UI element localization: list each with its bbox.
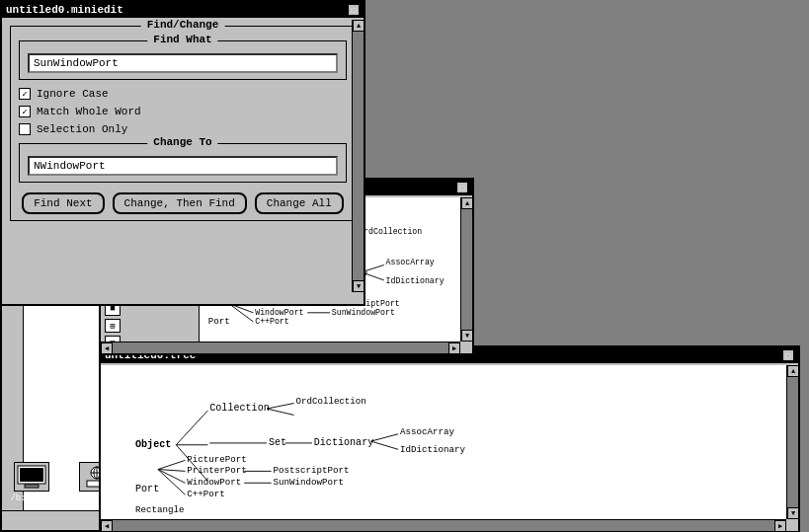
match-whole-word-checkbox[interactable]	[19, 106, 31, 117]
tree-scrollbar-h[interactable]: ◀ ▶	[101, 342, 460, 353]
tree-scroll-right[interactable]: ▶	[448, 342, 460, 354]
desktop-icon-terminal[interactable]: /bin/csh	[2, 462, 61, 503]
find-buttons-row: Find Next Change, Then Find Change All	[19, 192, 347, 214]
find-what-group: Find What	[19, 40, 347, 80]
svg-text:Port: Port	[135, 484, 159, 494]
svg-line-55	[158, 470, 186, 484]
change-all-button[interactable]: Change All	[255, 192, 344, 214]
tree-scroll-track-v[interactable]	[461, 209, 472, 330]
selection-only-checkbox[interactable]	[19, 123, 31, 135]
match-whole-word-row: Match Whole Word	[19, 106, 347, 117]
find-change-title: Find/Change	[141, 19, 225, 31]
svg-text:OrdCollection: OrdCollection	[359, 227, 422, 236]
find-what-title: Find What	[147, 34, 217, 45]
svg-line-37	[176, 411, 207, 445]
svg-line-42	[267, 409, 294, 415]
find-scroll-up[interactable]: ▲	[353, 20, 364, 32]
terminal-icon	[14, 462, 49, 492]
find-scroll-track[interactable]	[353, 32, 364, 280]
full-tree-scrollbar-v[interactable]: ▲ ▼	[786, 365, 798, 519]
svg-text:WindowPort: WindowPort	[255, 308, 303, 317]
svg-text:Collection: Collection	[209, 403, 269, 414]
full-tree-scroll-h-track[interactable]	[113, 520, 774, 531]
find-window-titlebar: untitled0.miniedit □	[2, 2, 364, 18]
svg-rect-1	[20, 468, 43, 482]
full-tree-scroll-down[interactable]: ▼	[787, 507, 799, 519]
tree-scroll-left[interactable]: ◀	[101, 342, 113, 354]
svg-line-56	[158, 470, 186, 495]
svg-text:Set: Set	[269, 437, 286, 448]
svg-text:OrdCollection: OrdCollection	[295, 396, 365, 407]
svg-line-48	[371, 434, 399, 441]
full-tree-scroll-track[interactable]	[787, 377, 798, 507]
tree-layout-2-icon: ⊞	[105, 319, 121, 333]
find-scroll-down[interactable]: ▼	[353, 280, 364, 292]
find-change-group: Find/Change Find What Ignore Case Match …	[10, 26, 356, 221]
ignore-case-checkbox[interactable]	[19, 88, 31, 100]
tree-scroll-track-h[interactable]	[113, 342, 448, 353]
svg-text:Port: Port	[208, 316, 230, 327]
tree-layout-2[interactable]: ⊞	[105, 319, 195, 333]
tree-scrollbar-v[interactable]: ▲ ▼	[460, 197, 472, 342]
svg-text:Dictionary: Dictionary	[314, 437, 373, 448]
find-content: Find/Change Find What Ignore Case Match …	[2, 18, 364, 237]
full-tree-svg: Object Collection OrdCollection Set Dict…	[101, 365, 786, 519]
svg-text:PrinterPort: PrinterPort	[187, 465, 246, 476]
svg-text:PicturePort: PicturePort	[187, 454, 246, 465]
svg-text:IdDictionary: IdDictionary	[400, 444, 465, 455]
svg-text:SunWindowPort: SunWindowPort	[332, 308, 395, 317]
match-whole-word-label: Match Whole Word	[37, 106, 141, 117]
svg-text:AssocArray: AssocArray	[400, 426, 454, 437]
svg-line-53	[158, 460, 186, 469]
find-next-button[interactable]: Find Next	[22, 192, 104, 214]
find-scrollbar-v[interactable]: ▲ ▼	[352, 20, 364, 292]
svg-line-41	[267, 404, 294, 410]
ignore-case-label: Ignore Case	[37, 88, 109, 100]
selection-only-row: Selection Only	[19, 123, 347, 135]
full-tree-scroll-up[interactable]: ▲	[787, 365, 799, 377]
svg-text:Rectangle: Rectangle	[135, 504, 184, 515]
full-tree-scroll-left[interactable]: ◀	[101, 520, 113, 532]
svg-text:IdDictionary: IdDictionary	[386, 276, 445, 285]
change-then-find-button[interactable]: Change, Then Find	[113, 192, 247, 214]
svg-line-27	[229, 304, 254, 322]
svg-text:Object: Object	[135, 439, 171, 450]
tree-scroll-up[interactable]: ▲	[461, 197, 473, 209]
change-to-group: Change To	[19, 143, 347, 183]
full-tree-window: untitled0.tree □ Object Collection OrdCo…	[99, 345, 800, 532]
find-what-input[interactable]	[28, 53, 338, 73]
full-tree-close[interactable]: □	[782, 349, 794, 361]
find-window-title: untitled0.miniedit	[6, 4, 346, 16]
svg-text:WindowPort: WindowPort	[187, 477, 241, 488]
svg-text:PostscriptPort: PostscriptPort	[273, 465, 349, 476]
selection-only-label: Selection Only	[37, 123, 127, 135]
svg-text:C++Port: C++Port	[255, 317, 289, 326]
full-tree-scroll-right[interactable]: ▶	[774, 520, 786, 532]
full-tree-scrollbar-h[interactable]: ◀ ▶	[101, 519, 786, 531]
svg-text:AssocArray: AssocArray	[386, 258, 435, 266]
ignore-case-row: Ignore Case	[19, 88, 347, 100]
terminal-label: /bin/csh	[10, 494, 52, 503]
tree-window-close[interactable]: □	[456, 182, 468, 193]
svg-text:C++Port: C++Port	[187, 489, 224, 499]
svg-text:SunWindowPort: SunWindowPort	[273, 477, 343, 488]
find-window-close[interactable]: □	[348, 4, 360, 16]
full-tree-content: Object Collection OrdCollection Set Dict…	[101, 365, 786, 519]
svg-line-49	[371, 441, 399, 449]
tree-scroll-down[interactable]: ▼	[461, 330, 473, 342]
change-to-title: Change To	[147, 136, 217, 148]
svg-rect-2	[25, 485, 39, 488]
change-to-input[interactable]	[28, 156, 338, 176]
find-window: untitled0.miniedit □ Find/Change Find Wh…	[0, 0, 365, 306]
